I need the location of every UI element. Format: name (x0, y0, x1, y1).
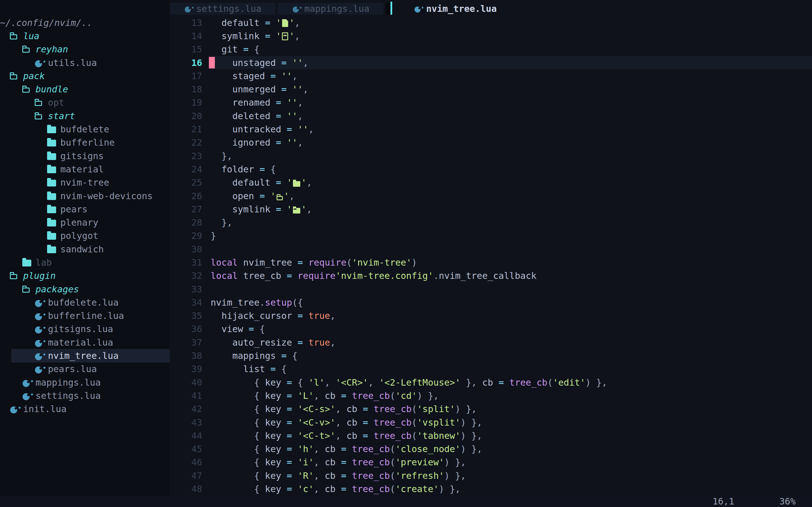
token-op: = (281, 444, 297, 454)
code-line-32[interactable]: 32local tree_cb = require'nvim-tree.conf… (170, 269, 812, 283)
code-line-43[interactable]: 43 { key = '<C-v>', cb = tree_cb('vsplit… (170, 416, 812, 429)
code-line-25[interactable]: 25 default = '', (170, 176, 812, 189)
token-op: = (281, 470, 297, 481)
tree-item-mappings.lua[interactable]: mappings.lua (0, 376, 170, 389)
token-pu: ) }, (417, 390, 439, 401)
code-line-19[interactable]: 19 renamed = '', (170, 96, 812, 109)
tree-root-label: ~/.config/nvim/.. (0, 17, 93, 28)
tree-item-pears.lua[interactable]: pears.lua (0, 362, 170, 376)
tree-item-plenary[interactable]: plenary (0, 216, 170, 229)
token-id: key (265, 390, 282, 401)
code-line-29[interactable]: 29} (170, 229, 812, 242)
tree-root-path[interactable]: ~/.config/nvim/.. (0, 16, 170, 29)
code-text: { key = 'R', cb = tree_cb('refresh') }, (202, 470, 466, 481)
folder-closed-icon (47, 126, 56, 133)
code-line-20[interactable]: 20 deleted = '', (170, 109, 812, 122)
tree-item-pack[interactable]: pack (0, 69, 170, 82)
tree-item-nvim-web-devicons[interactable]: nvim-web-devicons (0, 189, 170, 203)
code-text: nvim_tree.setup({ (202, 297, 303, 308)
tree-item-nvim-tree[interactable]: nvim-tree (0, 176, 170, 189)
code-line-28[interactable]: 28 }, (170, 216, 812, 229)
line-number: 36 (170, 324, 202, 334)
code-line-13[interactable]: 13 default = '', (170, 16, 812, 29)
tree-item-label: mappings.lua (36, 377, 101, 388)
token-id: cb (482, 377, 493, 388)
tree-item-material[interactable]: material (0, 163, 170, 176)
code-line-35[interactable]: 35 hijack_cursor = true, (170, 309, 812, 323)
code-line-17[interactable]: 17 staged = '', (170, 69, 812, 82)
code-line-45[interactable]: 45 { key = 'h', cb = tree_cb('close_node… (170, 443, 812, 456)
code-line-39[interactable]: 39 list = { (170, 362, 812, 376)
token-pu: ( (347, 257, 352, 268)
line-number: 25 (170, 177, 202, 188)
tree-item-opt[interactable]: opt (0, 96, 170, 109)
code-line-38[interactable]: 38 mappings = { (170, 349, 812, 362)
code-line-24[interactable]: 24 folder = { (170, 163, 812, 176)
tab-settings.lua[interactable]: settings.lua (170, 3, 275, 15)
tree-item-pears[interactable]: pears (0, 203, 170, 216)
code-line-44[interactable]: 44 { key = '<C-t>', cb = tree_cb('tabnew… (170, 429, 812, 442)
tree-item-plugin[interactable]: plugin (0, 269, 170, 283)
code-text: list = { (202, 363, 287, 374)
code-text: folder = { (202, 164, 276, 175)
code-line-42[interactable]: 42 { key = '<C-s>', cb = tree_cb('split'… (170, 402, 812, 416)
tree-item-lab[interactable]: lab (0, 256, 170, 269)
tree-item-start[interactable]: start (0, 109, 170, 122)
tree-item-gitsigns[interactable]: gitsigns (0, 149, 170, 163)
code-line-21[interactable]: 21 untracked = '', (170, 122, 812, 136)
code-line-33[interactable]: 33 (170, 283, 812, 296)
code-line-15[interactable]: 15 git = { (170, 43, 812, 56)
tree-item-bundle[interactable]: bundle (0, 82, 170, 96)
token-op: = (265, 71, 282, 81)
tree-item-init.lua[interactable]: init.lua (0, 402, 170, 416)
code-line-47[interactable]: 47 { key = 'R', cb = tree_cb('refresh') … (170, 469, 812, 482)
tree-item-bufferline.lua[interactable]: bufferline.lua (0, 309, 170, 323)
token-pu: { (254, 44, 259, 55)
code-line-30[interactable]: 30 (170, 242, 812, 256)
tree-item-gitsigns.lua[interactable]: gitsigns.lua (0, 323, 170, 336)
tab-mappings.lua[interactable]: mappings.lua (278, 3, 384, 15)
token-id: symlink (211, 31, 259, 41)
code-line-22[interactable]: 22 ignored = '', (170, 136, 812, 149)
code-line-23[interactable]: 23 }, (170, 149, 812, 163)
code-line-36[interactable]: 36 view = { (170, 323, 812, 336)
code-line-16[interactable]: 16 unstaged = '', (170, 56, 812, 69)
code-line-18[interactable]: 18 unmerged = '', (170, 82, 812, 96)
token-fn: tree_cb (373, 404, 412, 414)
tree-item-polygot[interactable]: polygot (0, 229, 170, 242)
token-str: ' (289, 31, 294, 41)
code-line-37[interactable]: 37 auto_resize = true, (170, 336, 812, 349)
code-text: { key = 'c', cb = tree_cb('create') }, (202, 484, 460, 494)
folder-open-icon (10, 74, 17, 79)
code-line-41[interactable]: 41 { key = 'L', cb = tree_cb('cd') }, (170, 389, 812, 402)
token-pu: ( (390, 470, 395, 481)
code-line-26[interactable]: 26 open = '', (170, 189, 812, 203)
tree-item-label: settings.lua (36, 390, 101, 401)
lua-file-icon (22, 378, 31, 387)
code-line-46[interactable]: 46 { key = 'i', cb = tree_cb('preview') … (170, 456, 812, 469)
tree-item-settings.lua[interactable]: settings.lua (0, 389, 170, 402)
tree-item-utils.lua[interactable]: utils.lua (0, 56, 170, 69)
tree-item-lua[interactable]: lua (0, 29, 170, 43)
code-line-14[interactable]: 14 symlink = '', (170, 29, 812, 43)
tree-item-material.lua[interactable]: material.lua (0, 336, 170, 349)
tree-item-bufdelete[interactable]: bufdelete (0, 122, 170, 136)
tree-item-sandwich[interactable]: sandwich (0, 242, 170, 256)
token-op: = (292, 257, 308, 268)
token-id: unstaged (211, 57, 276, 68)
code-line-31[interactable]: 31local nvim_tree = require('nvim-tree') (170, 256, 812, 269)
tree-item-reyhan[interactable]: reyhan (0, 43, 170, 56)
tree-item-nvim_tree.lua[interactable]: nvim_tree.lua (0, 349, 170, 362)
code-line-34[interactable]: 34nvim_tree.setup({ (170, 296, 812, 309)
code-line-48[interactable]: 48 { key = 'c', cb = tree_cb('create') }… (170, 482, 812, 496)
code-line-40[interactable]: 40 { key = { 'l', '<CR>', '<2-LeftMouse>… (170, 376, 812, 389)
tree-item-bufferline[interactable]: bufferline (0, 136, 170, 149)
line-number: 23 (170, 151, 202, 161)
code-line-27[interactable]: 27 symlink = '', (170, 203, 812, 216)
code-text: untracked = '', (202, 124, 314, 135)
token-id: key (265, 377, 282, 388)
tree-item-bufdelete.lua[interactable]: bufdelete.lua (0, 296, 170, 309)
line-number: 48 (170, 484, 202, 494)
tab-nvim_tree.lua[interactable]: nvim_tree.lua (401, 3, 509, 15)
tree-item-packages[interactable]: packages (0, 283, 170, 296)
